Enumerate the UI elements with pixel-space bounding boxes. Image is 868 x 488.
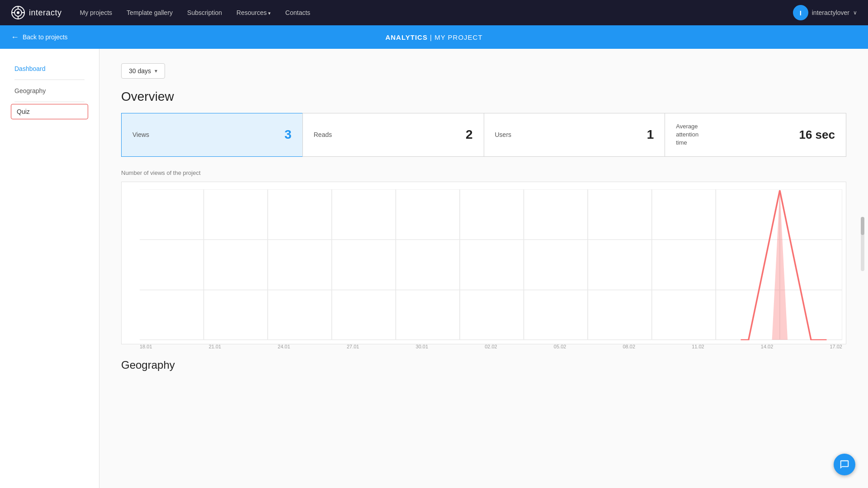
reads-label: Reads: [314, 131, 332, 138]
analytics-bar: ← Back to projects ANALYTICS | MY PROJEC…: [0, 25, 868, 49]
chat-icon: [840, 460, 849, 469]
user-avatar: I: [793, 5, 808, 20]
nav-resources[interactable]: Resources: [236, 9, 271, 16]
x-label-9: 11.02: [692, 344, 704, 349]
views-value: 3: [284, 127, 292, 142]
geography-section-title: Geography: [121, 359, 846, 371]
analytics-title: ANALYTICS | MY PROJECT: [385, 33, 482, 41]
x-label-5: 30.01: [416, 344, 429, 349]
logo[interactable]: interacty: [11, 5, 62, 20]
back-label: Back to projects: [23, 33, 68, 41]
nav-contacts[interactable]: Contacts: [285, 9, 310, 16]
metric-card-views: Views 3: [121, 113, 302, 157]
dropdown-label: 30 days: [129, 67, 151, 75]
main-content: 30 days ▾ Overview Views 3 Reads 2 Users…: [99, 49, 868, 488]
chart-container: 0 1 2 3 18.01 21.01 24.01 27.01 30.01 02…: [121, 182, 846, 344]
logo-icon: [11, 5, 25, 20]
metric-card-attention: Averageattentiontime 16 sec: [665, 113, 846, 157]
users-value: 1: [647, 127, 654, 142]
overview-title: Overview: [121, 89, 846, 104]
project-name: MY PROJECT: [434, 33, 482, 41]
x-axis-labels: 18.01 21.01 24.01 27.01 30.01 02.02 05.0…: [140, 342, 842, 349]
scroll-thumb[interactable]: [861, 217, 864, 235]
x-label-10: 14.02: [761, 344, 774, 349]
nav-subscription[interactable]: Subscription: [187, 9, 222, 16]
metric-card-users: Users 1: [484, 113, 665, 157]
back-arrow-icon: ←: [11, 33, 19, 42]
logo-text: interacty: [29, 8, 62, 18]
user-name: interactylover: [812, 9, 849, 16]
nav-links: My projects Template gallery Subscriptio…: [80, 9, 793, 16]
date-range-dropdown[interactable]: 30 days ▾: [121, 63, 165, 79]
chart-subtitle: Number of views of the project: [121, 169, 846, 176]
sidebar-item-dashboard[interactable]: Dashboard: [0, 60, 99, 78]
nav-template-gallery[interactable]: Template gallery: [127, 9, 173, 16]
users-label: Users: [495, 131, 512, 138]
x-label-11: 17.02: [830, 344, 842, 349]
views-chart: 0 1 2 3: [140, 189, 842, 340]
reads-value: 2: [466, 127, 473, 142]
x-label-6: 02.02: [485, 344, 497, 349]
top-navigation: interacty My projects Template gallery S…: [0, 0, 868, 25]
nav-my-projects[interactable]: My projects: [80, 9, 113, 16]
metric-card-reads: Reads 2: [302, 113, 484, 157]
dropdown-arrow-icon: ▾: [155, 68, 157, 74]
svg-point-2: [17, 11, 19, 14]
sidebar-divider: [14, 80, 85, 80]
x-label-4: 27.01: [347, 344, 359, 349]
sidebar-item-geography[interactable]: Geography: [0, 82, 99, 100]
attention-label: Averageattentiontime: [676, 122, 698, 147]
sidebar-divider-2: [14, 102, 85, 102]
x-label-2: 21.01: [209, 344, 222, 349]
attention-value: 16 sec: [799, 128, 835, 142]
x-label-1: 18.01: [140, 344, 152, 349]
x-label-3: 24.01: [278, 344, 290, 349]
chat-button[interactable]: [834, 454, 855, 475]
user-menu[interactable]: I interactylover ∨: [793, 5, 857, 20]
back-to-projects-button[interactable]: ← Back to projects: [11, 33, 68, 42]
main-layout: Dashboard Geography Quiz 30 days ▾ Overv…: [0, 49, 868, 488]
x-label-7: 05.02: [554, 344, 566, 349]
metric-cards: Views 3 Reads 2 Users 1 Averageattention…: [121, 113, 846, 157]
x-label-8: 08.02: [623, 344, 635, 349]
sidebar-item-quiz[interactable]: Quiz: [11, 104, 88, 119]
separator: |: [430, 33, 434, 41]
user-chevron-icon: ∨: [853, 9, 857, 16]
views-label: Views: [132, 131, 149, 138]
sidebar: Dashboard Geography Quiz: [0, 49, 99, 488]
scrollbar[interactable]: [861, 217, 864, 271]
